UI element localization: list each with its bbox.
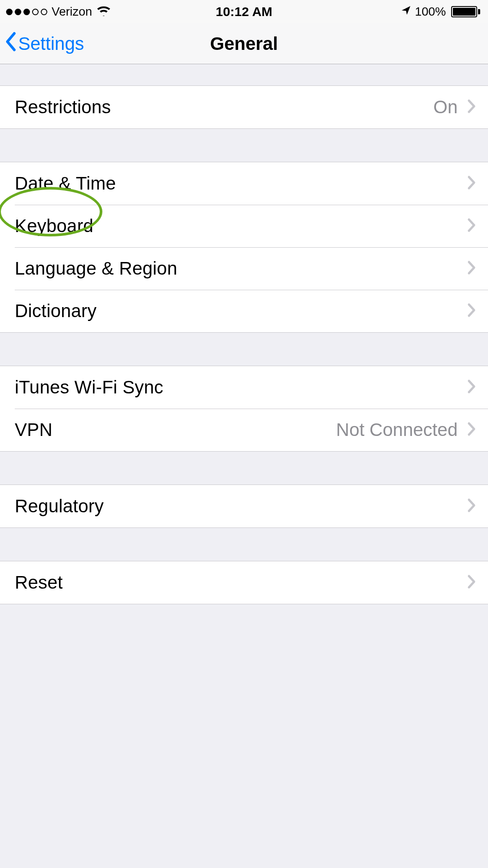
group-spacer xyxy=(0,333,488,366)
group-spacer xyxy=(0,64,488,85)
chevron-right-icon xyxy=(467,99,476,115)
chevron-right-icon xyxy=(467,574,476,591)
row-reset[interactable]: Reset xyxy=(0,561,488,604)
clock: 10:12 AM xyxy=(216,4,272,19)
row-value: On xyxy=(433,97,458,118)
group-spacer xyxy=(0,129,488,162)
row-language-region[interactable]: Language & Region xyxy=(0,247,488,290)
status-right: 100% xyxy=(401,5,480,19)
chevron-right-icon xyxy=(467,175,476,192)
row-label: Regulatory xyxy=(15,496,104,517)
back-button[interactable]: Settings xyxy=(4,32,84,56)
row-dictionary[interactable]: Dictionary xyxy=(0,290,488,332)
cell-group-reset: Reset xyxy=(0,561,488,604)
back-label: Settings xyxy=(18,33,84,54)
cell-group-itunes-vpn: iTunes Wi-Fi Sync VPN Not Connected xyxy=(0,366,488,452)
row-label: Restrictions xyxy=(15,97,111,118)
status-bar: Verizon 10:12 AM 100% xyxy=(0,0,488,23)
page-title: General xyxy=(210,33,278,54)
row-date-time[interactable]: Date & Time xyxy=(0,162,488,205)
cell-group-regulatory: Regulatory xyxy=(0,485,488,528)
row-label: Dictionary xyxy=(15,301,97,321)
chevron-right-icon xyxy=(467,303,476,319)
row-itunes-wifi-sync[interactable]: iTunes Wi-Fi Sync xyxy=(0,366,488,409)
row-label: VPN xyxy=(15,419,52,440)
wifi-icon xyxy=(96,4,111,19)
row-label: Date & Time xyxy=(15,173,116,194)
chevron-left-icon xyxy=(4,32,17,56)
cell-group-datetime: Date & Time Keyboard Language & Region D… xyxy=(0,162,488,333)
chevron-right-icon xyxy=(467,379,476,396)
row-label: Reset xyxy=(15,572,63,593)
chevron-right-icon xyxy=(467,498,476,514)
row-value: Not Connected xyxy=(336,419,458,440)
row-label: Keyboard xyxy=(15,216,93,236)
battery-percent: 100% xyxy=(415,5,446,19)
content: Restrictions On Date & Time Keyboard Lan… xyxy=(0,64,488,604)
group-spacer xyxy=(0,528,488,561)
status-left: Verizon xyxy=(6,4,111,19)
signal-strength-icon xyxy=(6,9,47,15)
row-restrictions[interactable]: Restrictions On xyxy=(0,86,488,128)
row-regulatory[interactable]: Regulatory xyxy=(0,485,488,527)
row-keyboard[interactable]: Keyboard xyxy=(0,205,488,247)
chevron-right-icon xyxy=(467,422,476,438)
chevron-right-icon xyxy=(467,260,476,277)
row-vpn[interactable]: VPN Not Connected xyxy=(0,409,488,451)
row-label: Language & Region xyxy=(15,258,177,279)
chevron-right-icon xyxy=(467,218,476,234)
row-label: iTunes Wi-Fi Sync xyxy=(15,377,164,398)
battery-icon xyxy=(449,6,480,17)
location-icon xyxy=(401,5,411,19)
cell-group-restrictions: Restrictions On xyxy=(0,85,488,129)
nav-bar: Settings General xyxy=(0,23,488,64)
group-spacer xyxy=(0,452,488,485)
carrier-label: Verizon xyxy=(52,5,92,19)
